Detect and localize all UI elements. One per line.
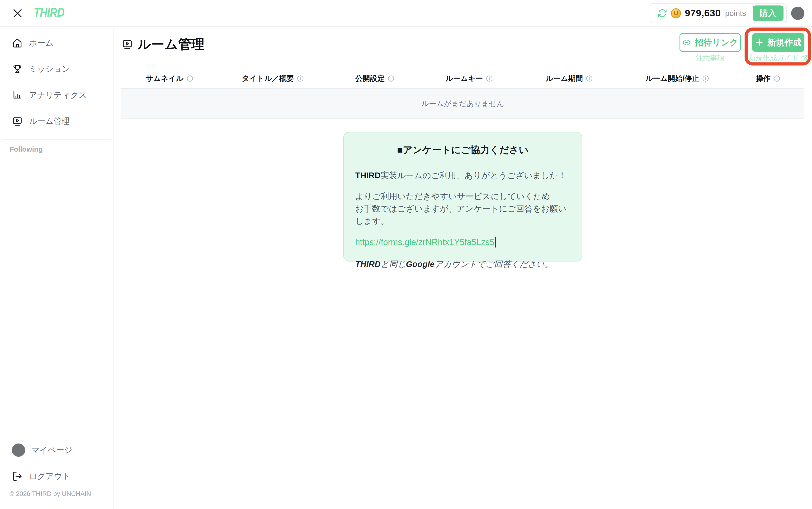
brand-text: Google [406, 259, 435, 269]
sidebar-item-label: マイページ [31, 445, 72, 455]
col-header-label: ルームキー [446, 74, 483, 83]
sidebar-item-mission[interactable]: ミッション [0, 56, 113, 82]
following-label: Following [9, 145, 113, 153]
col-header-visibility: 公開設定 [327, 74, 422, 83]
survey-thanks-rest: 実装ルームのご利用、ありがとうございました！ [381, 171, 566, 180]
info-icon[interactable] [486, 75, 493, 82]
info-icon[interactable] [186, 75, 194, 82]
invite-link-button[interactable]: 招待リンク [680, 33, 741, 52]
col-header-label: ルーム期間 [546, 74, 583, 83]
coin-icon: U [671, 8, 681, 18]
sidebar-bottom: マイページ ログアウト © 2026 THIRD by UNCHAIN [0, 437, 113, 497]
sidebar-item-label: アナリティクス [29, 90, 87, 101]
survey-card: ■アンケートにご協力ください THIRD実装ルームのご利用、ありがとうございまし… [343, 132, 582, 262]
copyright: © 2026 THIRD by UNCHAIN [0, 490, 113, 497]
external-link-icon [801, 55, 808, 62]
col-header-label: 操作 [756, 74, 771, 83]
survey-note: THIRDと同じGoogleアカウントでご回答ください。 [355, 258, 570, 270]
create-guide-label: 新規作成ガイド [748, 53, 799, 63]
survey-form-link[interactable]: https://forms.gle/zrNRhtx1Y5fa5Lzs5 [355, 237, 494, 247]
info-icon[interactable] [773, 75, 780, 82]
info-icon[interactable] [388, 75, 395, 82]
room-monitor-icon [122, 39, 133, 50]
sidebar-item-label: ルーム管理 [29, 116, 70, 127]
sidebar-nav: ホーム ミッション [0, 27, 113, 134]
col-header-label: サムネイル [146, 74, 184, 83]
rooms-table: サムネイル タイトル／概要 公開設定 ルームキー ルーム期間 ルーム開始/停止 [121, 69, 804, 118]
survey-body-line2: お手数ではございますが、アンケートにご回答をお願いします。 [355, 204, 566, 226]
sidebar-item-mypage[interactable]: マイページ [0, 437, 113, 463]
invite-link-label: 招待リンク [695, 37, 738, 48]
sidebar-item-label: ログアウト [29, 471, 70, 482]
survey-thanks-line: THIRD実装ルームのご利用、ありがとうございました！ [355, 169, 570, 181]
col-header-roomkey: ルームキー [422, 74, 516, 83]
info-icon[interactable] [297, 75, 304, 82]
col-header-label: 公開設定 [355, 74, 385, 83]
col-header-title: タイトル／概要 [218, 74, 327, 83]
brand-logo: THIRD [34, 5, 64, 20]
points-wallet: U 979,630 points 購入 [650, 3, 787, 23]
survey-note-rest: アカウントでご回答ください。 [434, 259, 553, 269]
survey-body: よりご利用いただきやすいサービスにしていくためお手数ではございますが、アンケート… [355, 190, 570, 227]
survey-link-row: https://forms.gle/zrNRhtx1Y5fa5Lzs5 [355, 237, 570, 247]
home-icon [12, 37, 23, 48]
col-header-label: タイトル／概要 [242, 74, 294, 83]
survey-note-mid: と同じ [381, 259, 406, 269]
points-value: 979,630 [685, 8, 721, 19]
sidebar-item-logout[interactable]: ログアウト [0, 463, 113, 489]
close-icon[interactable] [11, 7, 24, 20]
trophy-icon [12, 64, 23, 74]
notes-link[interactable]: 注意事項 [680, 53, 741, 63]
refresh-icon[interactable] [657, 8, 667, 18]
col-header-actions: 操作 [732, 74, 804, 83]
survey-body-line1: よりご利用いただきやすいサービスにしていくため [355, 192, 550, 201]
sidebar-item-analytics[interactable]: アナリティクス [0, 82, 113, 108]
create-new-label: 新規作成 [767, 37, 802, 48]
user-avatar[interactable] [791, 7, 804, 20]
create-guide-link[interactable]: 新規作成ガイド [741, 53, 812, 63]
sidebar-divider [2, 139, 111, 139]
info-icon[interactable] [702, 75, 709, 82]
col-header-period: ルーム期間 [516, 74, 622, 83]
topbar: THIRD U 979,630 points 購入 [0, 0, 812, 27]
info-icon[interactable] [586, 75, 593, 82]
create-new-button[interactable]: 新規作成 [752, 33, 804, 52]
page-title: ルーム管理 [138, 36, 205, 53]
bar-chart-icon [12, 90, 23, 101]
sidebar-item-label: ミッション [29, 64, 70, 74]
logout-icon [12, 471, 23, 482]
sidebar-item-rooms[interactable]: ルーム管理 [0, 108, 113, 134]
plus-icon [755, 38, 764, 47]
survey-title: ■アンケートにご協力ください [355, 143, 570, 157]
points-unit: points [725, 9, 746, 18]
brand-text: THIRD [355, 171, 381, 180]
brand-text: THIRD [355, 259, 381, 269]
buy-button[interactable]: 購入 [753, 5, 783, 21]
col-header-label: ルーム開始/停止 [645, 74, 699, 83]
sidebar-item-home[interactable]: ホーム [0, 30, 113, 56]
page-header: ルーム管理 [122, 36, 205, 53]
main-content: ルーム管理 招待リンク 注意事項 新規作成 新規作成ガイド [114, 27, 812, 509]
col-header-startstop: ルーム開始/停止 [622, 74, 732, 83]
text-caret [495, 237, 496, 247]
room-monitor-icon [12, 116, 23, 127]
sidebar: ホーム ミッション [0, 27, 113, 509]
sidebar-item-label: ホーム [29, 37, 54, 48]
col-header-thumbnail: サムネイル [121, 74, 218, 83]
mypage-avatar [12, 443, 25, 457]
table-empty-state: ルームがまだありません [121, 89, 804, 118]
link-icon [682, 38, 691, 47]
table-header-row: サムネイル タイトル／概要 公開設定 ルームキー ルーム期間 ルーム開始/停止 [121, 69, 804, 89]
